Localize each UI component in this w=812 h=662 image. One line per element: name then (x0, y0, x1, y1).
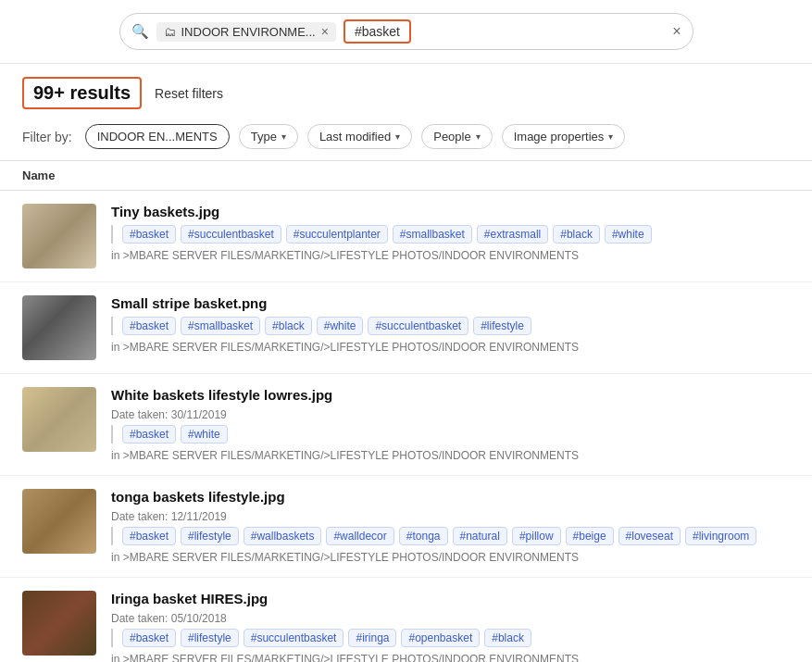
remove-folder-chip-button[interactable]: × (321, 25, 329, 38)
result-tags: #basket#smallbasket#black#white#succulen… (111, 317, 790, 335)
filter-chip-last-modified[interactable]: Last modified ▾ (307, 124, 412, 149)
tag-chip[interactable]: #basket (122, 317, 176, 335)
tag-chip[interactable]: #lifestyle (473, 317, 531, 335)
tag-chip[interactable]: #white (181, 425, 228, 443)
filter-chip-type[interactable]: Type ▾ (239, 124, 298, 149)
folder-chip-label: INDOOR ENVIRONME... (181, 25, 316, 39)
tag-chip[interactable]: #openbasket (401, 629, 480, 647)
tag-chip[interactable]: #beige (566, 527, 614, 545)
result-name: tonga baskets lifestyle.jpg (111, 489, 790, 505)
result-date: Date taken: 05/10/2018 (111, 612, 790, 625)
tag-chip[interactable]: #basket (122, 527, 176, 545)
chevron-down-icon: ▾ (281, 131, 286, 142)
result-date: Date taken: 12/11/2019 (111, 510, 790, 523)
tag-chip[interactable]: #smallbasket (393, 225, 472, 244)
table-header: Name (0, 160, 812, 191)
tag-chip[interactable]: #lifestyle (181, 629, 239, 647)
tag-chip[interactable]: #white (605, 225, 652, 244)
filter-chip-indoor[interactable]: INDOOR EN...MENTS (85, 124, 230, 149)
tag-chip[interactable]: #tonga (399, 527, 448, 545)
result-tags: #basket#succulentbasket#succulentplanter… (111, 225, 790, 244)
result-path: in >MBARE SERVER FILES/MARKETING/>LIFEST… (111, 341, 790, 354)
chevron-down-icon: ▾ (608, 131, 613, 142)
column-name-header: Name (22, 169, 55, 182)
result-item[interactable]: tonga baskets lifestyle.jpgDate taken: 1… (0, 476, 812, 578)
reset-filters-button[interactable]: Reset filters (155, 86, 223, 101)
filter-chip-people-label: People (433, 130, 470, 144)
tag-chip[interactable]: #basket (122, 425, 176, 443)
results-list: Tiny baskets.jpg#basket#succulentbasket#… (0, 191, 812, 662)
result-item[interactable]: Small stripe basket.png#basket#smallbask… (0, 282, 812, 374)
tag-chip[interactable]: #white (317, 317, 364, 335)
hashtag-search-box[interactable]: #basket (344, 19, 411, 44)
tag-chip[interactable]: #black (553, 225, 600, 244)
result-path: in >MBARE SERVER FILES/MARKETING/>LIFEST… (111, 551, 790, 564)
result-name: White baskets lifestyle lowres.jpg (111, 387, 790, 403)
search-bar: 🔍 🗂 INDOOR ENVIRONME... × #basket × (119, 13, 693, 50)
filter-chip-type-label: Type (251, 130, 277, 144)
result-content: White baskets lifestyle lowres.jpgDate t… (111, 387, 790, 462)
result-content: Tiny baskets.jpg#basket#succulentbasket#… (111, 204, 790, 262)
chevron-down-icon: ▾ (395, 131, 400, 142)
tag-chip[interactable]: #succulentbasket (181, 225, 281, 244)
result-thumbnail (22, 591, 96, 656)
tag-chip[interactable]: #smallbasket (181, 317, 260, 335)
result-thumbnail (22, 489, 96, 554)
tag-chip[interactable]: #succulentbasket (244, 629, 344, 647)
result-thumbnail (22, 295, 96, 360)
hashtag-value: #basket (355, 24, 400, 39)
tag-chip[interactable]: #succulentbasket (368, 317, 468, 335)
result-path: in >MBARE SERVER FILES/MARKETING/>LIFEST… (111, 249, 790, 262)
result-tags: #basket#white (111, 425, 790, 443)
folder-icon: 🗂 (164, 25, 176, 39)
tag-chip[interactable]: #black (265, 317, 312, 335)
tag-chip[interactable]: #wallbaskets (244, 527, 322, 545)
search-bar-container: 🔍 🗂 INDOOR ENVIRONME... × #basket × (0, 0, 812, 64)
result-content: Iringa basket HIRES.jpgDate taken: 05/10… (111, 591, 790, 662)
filter-chip-image-properties[interactable]: Image properties ▾ (502, 124, 626, 149)
result-name: Small stripe basket.png (111, 295, 790, 311)
tag-chip[interactable]: #extrasmall (477, 225, 548, 244)
result-content: Small stripe basket.png#basket#smallbask… (111, 295, 790, 354)
result-tags: #basket#lifestyle#succulentbasket#iringa… (111, 629, 790, 647)
folder-search-chip[interactable]: 🗂 INDOOR ENVIRONME... × (156, 22, 336, 42)
result-name: Tiny baskets.jpg (111, 204, 790, 219)
filter-chip-indoor-label: INDOOR EN...MENTS (97, 130, 218, 144)
filter-bar: Filter by: INDOOR EN...MENTS Type ▾ Last… (0, 119, 812, 160)
result-item[interactable]: Tiny baskets.jpg#basket#succulentbasket#… (0, 191, 812, 282)
results-bar: 99+ results Reset filters (0, 64, 812, 119)
tag-chip[interactable]: #natural (453, 527, 507, 545)
tag-chip[interactable]: #succulentplanter (286, 225, 388, 244)
result-thumbnail (22, 204, 96, 269)
filter-by-label: Filter by: (22, 130, 72, 144)
tag-chip[interactable]: #iringa (348, 629, 396, 647)
result-content: tonga baskets lifestyle.jpgDate taken: 1… (111, 489, 790, 564)
result-name: Iringa basket HIRES.jpg (111, 591, 790, 606)
results-count: 99+ results (22, 77, 142, 109)
tag-chip[interactable]: #walldecor (326, 527, 394, 545)
filter-chip-last-modified-label: Last modified (319, 130, 391, 144)
result-date: Date taken: 30/11/2019 (111, 408, 790, 421)
tag-chip[interactable]: #livingroom (685, 527, 756, 545)
chevron-down-icon: ▾ (476, 131, 481, 142)
result-tags: #basket#lifestyle#wallbaskets#walldecor#… (111, 527, 790, 545)
result-item[interactable]: Iringa basket HIRES.jpgDate taken: 05/10… (0, 578, 812, 662)
tag-chip[interactable]: #basket (122, 225, 176, 244)
result-path: in >MBARE SERVER FILES/MARKETING/>LIFEST… (111, 449, 790, 462)
clear-all-search-button[interactable]: × (672, 23, 681, 40)
result-item[interactable]: White baskets lifestyle lowres.jpgDate t… (0, 374, 812, 476)
result-thumbnail (22, 387, 96, 452)
tag-chip[interactable]: #black (484, 629, 531, 647)
result-path: in >MBARE SERVER FILES/MARKETING/>LIFEST… (111, 653, 790, 662)
tag-chip[interactable]: #loveseat (618, 527, 681, 545)
filter-chip-image-properties-label: Image properties (514, 130, 605, 144)
search-icon: 🔍 (131, 23, 149, 40)
tag-chip[interactable]: #basket (122, 629, 176, 647)
tag-chip[interactable]: #lifestyle (181, 527, 239, 545)
tag-chip[interactable]: #pillow (512, 527, 561, 545)
filter-chip-people[interactable]: People ▾ (421, 124, 492, 149)
